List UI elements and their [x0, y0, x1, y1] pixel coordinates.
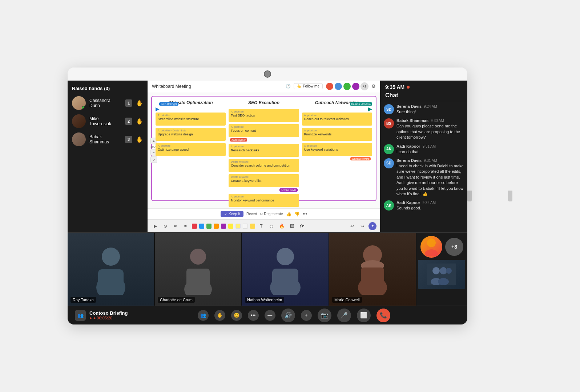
follow-me-button[interactable]: 👆 Follow me	[294, 83, 323, 89]
msg-time-2: 9:31 AM	[422, 144, 436, 148]
keep-it-button[interactable]: ✓ Keep it	[221, 211, 243, 217]
image-tool[interactable]: 🖼	[288, 222, 296, 230]
person-silhouette-marie	[354, 244, 391, 295]
name-tag-marie: Marie Conwell	[332, 297, 362, 303]
extra-video-thumbnail	[418, 260, 465, 289]
chat-messages[interactable]: SD Serena Davis 9:24 AM Sure thing! BS	[380, 101, 467, 232]
settings-icon[interactable]: ⚙	[371, 83, 376, 89]
color-white[interactable]	[243, 224, 248, 229]
top-section: Raised hands (3) Cassandra Dunn 1 ✋ Mike…	[68, 81, 467, 233]
wb-avatar-1	[326, 82, 334, 90]
minimize-button[interactable]: —	[265, 310, 275, 321]
more-button[interactable]: •••	[248, 310, 259, 321]
color-purple[interactable]	[221, 224, 226, 229]
cursor-icon: 👆	[297, 84, 301, 88]
cursor-tag-colin: Colin Ballinger	[159, 102, 178, 106]
participants-button[interactable]: 👥	[198, 310, 209, 321]
video-bg-charlotte	[155, 233, 241, 306]
undo-button[interactable]: ↩	[348, 222, 356, 230]
msg-header-4: Aadi Kapoor 9:32 AM	[396, 200, 464, 205]
whiteboard-content[interactable]: + 100% − ⤢ Website Optimization	[148, 92, 380, 208]
map-tool[interactable]: 🗺	[298, 222, 306, 230]
mic-button[interactable]: 🎤	[337, 309, 351, 322]
svg-point-14	[425, 249, 438, 256]
chat-time: 9:35 AM	[385, 84, 404, 90]
color-orange[interactable]	[214, 224, 219, 229]
ai-button[interactable]: ✦	[368, 222, 376, 230]
pen-tool-1[interactable]: ✏	[172, 222, 180, 230]
msg-header-2: Aadi Kapoor 9:31 AM	[396, 144, 464, 148]
wb-avatar-2	[334, 82, 342, 90]
revert-button[interactable]: Revert	[246, 212, 257, 216]
avatar-mike	[72, 114, 86, 128]
extra-avatar	[420, 236, 442, 258]
zoom-fit-button[interactable]: ⤢	[150, 156, 157, 163]
thumbs-down-icon[interactable]: 👎	[294, 212, 300, 217]
camera-bar	[68, 68, 467, 81]
wb-column-website: Website Optimization ▶ Colin Ballinger A…	[156, 100, 226, 208]
msg-sender-2: Aadi Kapoor	[396, 144, 420, 148]
extra-videos-panel: +8	[416, 233, 467, 306]
hand-emoji-mike: ✋	[136, 118, 143, 125]
sticky-tool[interactable]: 🔥	[278, 222, 286, 230]
msg-time-3: 9:31 AM	[424, 159, 437, 163]
pen-tool-2[interactable]: ✒	[182, 222, 190, 230]
regenerate-button[interactable]: ↻ Regenerate	[260, 212, 283, 216]
hand-number-cassandra: 1	[125, 99, 132, 107]
raise-hand-button[interactable]: ✋	[214, 310, 225, 321]
msg-text-1: Can you guys please send me the options …	[396, 123, 464, 140]
ai-action-bar: ✓ Keep it Revert ↻ Regenerate 👍 👎 •••	[148, 208, 380, 219]
redo-button[interactable]: ↪	[358, 222, 366, 230]
svg-point-18	[446, 268, 452, 274]
extra-video-top: +8	[418, 234, 466, 259]
person-silhouette-ray	[93, 244, 129, 295]
text-tool[interactable]: T	[257, 222, 265, 230]
msg-text-4: Sounds good.	[396, 205, 464, 211]
msg-content-3: Serena Davis 9:31 AM I need to check in …	[396, 158, 464, 197]
cursor-arrow-colin: ▶	[156, 106, 160, 112]
stand-left	[467, 191, 472, 201]
select-tool[interactable]: ▶	[151, 222, 159, 230]
whiteboard-panel: Whiteboard Meeting 🕐 👆 Follow me +	[148, 81, 380, 232]
color-red[interactable]	[192, 224, 197, 229]
extra-count-badge: +8	[445, 238, 463, 256]
video-tile-nathan: Nathan Waltenheim	[242, 233, 329, 306]
volume-button[interactable]: 🔊	[281, 309, 295, 322]
video-tile-ray: Ray Tanaka	[68, 233, 155, 306]
end-call-button[interactable]: 📞	[376, 309, 390, 322]
svg-point-13	[427, 238, 436, 247]
more-options-icon[interactable]: •••	[303, 212, 307, 217]
shape-tool[interactable]: ◎	[267, 222, 275, 230]
color-lightyellow[interactable]	[235, 224, 241, 229]
avatar-babak-1: BS	[384, 118, 394, 128]
meeting-duration: ● ● 00:05:20	[89, 316, 128, 320]
meeting-icon: 👥	[75, 310, 86, 321]
people-icon: 👥	[77, 313, 84, 318]
recording-indicator	[407, 86, 410, 89]
col-title-seo: SEO Execution	[229, 100, 299, 105]
lasso-tool[interactable]: ⊙	[161, 222, 169, 230]
share-screen-button[interactable]: ⬜	[357, 309, 371, 322]
chat-message-1: BS Babak Shammas 9:30 AM Can you guys pl…	[384, 118, 464, 140]
wb-board: Website Optimization ▶ Colin Ballinger A…	[151, 96, 376, 201]
video-bg-nathan	[242, 233, 329, 306]
hand-number-babak: 3	[125, 136, 132, 143]
camera-toggle-button[interactable]: 📷	[318, 309, 331, 322]
whiteboard-toolbar: ▶ ⊙ ✏ ✒ T ◎ 🔥 🖼 🗺	[148, 219, 380, 232]
color-blue[interactable]	[199, 224, 204, 229]
chat-message-0: SD Serena Davis 9:24 AM Sure thing!	[384, 104, 464, 115]
controls-bar: 👥 Contoso Briefing ● ● 00:05:20 👥 ✋ 😊 ••…	[68, 306, 467, 324]
color-yellow[interactable]	[228, 224, 233, 229]
add-button[interactable]: +	[301, 310, 312, 321]
sticky-streamline: A. prioritize Streamline website structu…	[156, 113, 226, 126]
device-frame: Raised hands (3) Cassandra Dunn 1 ✋ Mike…	[68, 68, 467, 324]
thumbs-up-icon[interactable]: 👍	[286, 212, 291, 217]
color-gold[interactable]	[250, 224, 255, 229]
chat-title: Chat	[385, 92, 462, 99]
reaction-button[interactable]: 😊	[231, 310, 242, 321]
sticky-upgrade: A. prioritize · Costs · Lots Upgrade web…	[156, 128, 226, 141]
cursor-tag-aadi: Aadi Kapoor	[230, 138, 247, 142]
cursor-tag-serena: Serena Davis	[279, 188, 298, 192]
color-green[interactable]	[206, 224, 212, 229]
sticky-consider: Delete keyword Consider search volume an…	[229, 159, 299, 172]
